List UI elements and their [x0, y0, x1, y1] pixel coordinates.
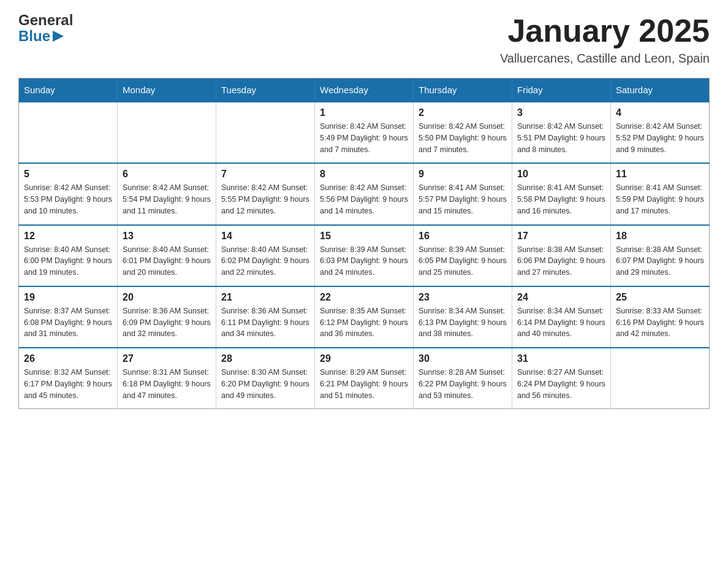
calendar-cell: 3Sunrise: 8:42 AM Sunset: 5:51 PM Daylig…	[512, 102, 611, 163]
day-of-week-header: Tuesday	[216, 79, 315, 102]
calendar-week-row: 5Sunrise: 8:42 AM Sunset: 5:53 PM Daylig…	[19, 163, 710, 224]
day-number: 11	[616, 169, 704, 180]
day-info: Sunrise: 8:39 AM Sunset: 6:05 PM Dayligh…	[419, 244, 507, 278]
calendar-cell: 4Sunrise: 8:42 AM Sunset: 5:52 PM Daylig…	[611, 102, 710, 163]
calendar-cell	[216, 102, 315, 163]
calendar-cell: 16Sunrise: 8:39 AM Sunset: 6:05 PM Dayli…	[414, 225, 512, 286]
day-number: 14	[221, 231, 309, 242]
calendar-cell	[611, 348, 710, 409]
day-number: 24	[517, 292, 605, 303]
calendar-cell: 14Sunrise: 8:40 AM Sunset: 6:02 PM Dayli…	[216, 225, 315, 286]
day-info: Sunrise: 8:30 AM Sunset: 6:20 PM Dayligh…	[221, 367, 309, 401]
day-number: 18	[616, 231, 704, 242]
day-info: Sunrise: 8:42 AM Sunset: 5:52 PM Dayligh…	[616, 121, 704, 155]
day-info: Sunrise: 8:42 AM Sunset: 5:55 PM Dayligh…	[221, 182, 309, 216]
calendar-cell: 6Sunrise: 8:42 AM Sunset: 5:54 PM Daylig…	[118, 163, 216, 224]
day-number: 12	[24, 231, 112, 242]
calendar-cell: 23Sunrise: 8:34 AM Sunset: 6:13 PM Dayli…	[414, 286, 512, 348]
logo-general-text: General	[18, 12, 73, 28]
day-info: Sunrise: 8:41 AM Sunset: 5:59 PM Dayligh…	[616, 182, 704, 216]
day-number: 23	[419, 292, 507, 303]
day-of-week-header: Wednesday	[315, 79, 414, 102]
day-number: 4	[616, 107, 704, 118]
day-info: Sunrise: 8:38 AM Sunset: 6:07 PM Dayligh…	[616, 244, 704, 278]
day-number: 28	[221, 353, 309, 364]
calendar-week-row: 19Sunrise: 8:37 AM Sunset: 6:08 PM Dayli…	[19, 286, 710, 348]
day-of-week-header: Sunday	[19, 79, 118, 102]
day-info: Sunrise: 8:34 AM Sunset: 6:14 PM Dayligh…	[517, 305, 605, 340]
day-number: 27	[123, 353, 211, 364]
day-info: Sunrise: 8:31 AM Sunset: 6:18 PM Dayligh…	[123, 367, 211, 401]
day-number: 31	[517, 353, 605, 364]
day-number: 20	[123, 292, 211, 303]
calendar-cell: 22Sunrise: 8:35 AM Sunset: 6:12 PM Dayli…	[315, 286, 414, 348]
logo-blue-text: Blue	[18, 28, 50, 44]
day-info: Sunrise: 8:36 AM Sunset: 6:11 PM Dayligh…	[221, 305, 309, 340]
day-number: 3	[517, 107, 605, 118]
day-info: Sunrise: 8:40 AM Sunset: 6:00 PM Dayligh…	[24, 244, 112, 278]
title-area: January 2025 Valluercanes, Castille and …	[500, 12, 710, 66]
day-info: Sunrise: 8:40 AM Sunset: 6:01 PM Dayligh…	[123, 244, 211, 278]
day-of-week-header: Friday	[512, 79, 611, 102]
day-number: 25	[616, 292, 704, 303]
day-info: Sunrise: 8:35 AM Sunset: 6:12 PM Dayligh…	[320, 305, 408, 340]
day-info: Sunrise: 8:42 AM Sunset: 5:51 PM Dayligh…	[517, 121, 605, 155]
calendar-cell: 21Sunrise: 8:36 AM Sunset: 6:11 PM Dayli…	[216, 286, 315, 348]
calendar-cell	[19, 102, 118, 163]
calendar-cell: 17Sunrise: 8:38 AM Sunset: 6:06 PM Dayli…	[512, 225, 611, 286]
day-info: Sunrise: 8:41 AM Sunset: 5:57 PM Dayligh…	[419, 182, 507, 216]
day-of-week-header: Saturday	[611, 79, 710, 102]
day-number: 17	[517, 231, 605, 242]
day-info: Sunrise: 8:42 AM Sunset: 5:50 PM Dayligh…	[419, 121, 507, 155]
calendar-cell: 1Sunrise: 8:42 AM Sunset: 5:49 PM Daylig…	[315, 102, 414, 163]
calendar-week-row: 12Sunrise: 8:40 AM Sunset: 6:00 PM Dayli…	[19, 225, 710, 286]
calendar-cell: 15Sunrise: 8:39 AM Sunset: 6:03 PM Dayli…	[315, 225, 414, 286]
day-info: Sunrise: 8:42 AM Sunset: 5:56 PM Dayligh…	[320, 182, 408, 216]
location-subtitle: Valluercanes, Castille and Leon, Spain	[500, 52, 710, 66]
day-info: Sunrise: 8:29 AM Sunset: 6:21 PM Dayligh…	[320, 367, 408, 401]
day-info: Sunrise: 8:42 AM Sunset: 5:53 PM Dayligh…	[24, 182, 112, 216]
day-info: Sunrise: 8:27 AM Sunset: 6:24 PM Dayligh…	[517, 367, 605, 401]
calendar-cell: 25Sunrise: 8:33 AM Sunset: 6:16 PM Dayli…	[611, 286, 710, 348]
calendar-cell: 19Sunrise: 8:37 AM Sunset: 6:08 PM Dayli…	[19, 286, 118, 348]
day-info: Sunrise: 8:38 AM Sunset: 6:06 PM Dayligh…	[517, 244, 605, 278]
logo-triangle-icon	[51, 29, 65, 43]
day-number: 19	[24, 292, 112, 303]
day-info: Sunrise: 8:34 AM Sunset: 6:13 PM Dayligh…	[419, 305, 507, 340]
calendar-cell: 13Sunrise: 8:40 AM Sunset: 6:01 PM Dayli…	[118, 225, 216, 286]
calendar-header-row: SundayMondayTuesdayWednesdayThursdayFrid…	[19, 79, 710, 102]
day-number: 26	[24, 353, 112, 364]
calendar-cell: 2Sunrise: 8:42 AM Sunset: 5:50 PM Daylig…	[414, 102, 512, 163]
calendar-cell: 20Sunrise: 8:36 AM Sunset: 6:09 PM Dayli…	[118, 286, 216, 348]
calendar-table: SundayMondayTuesdayWednesdayThursdayFrid…	[18, 78, 710, 409]
day-number: 7	[221, 169, 309, 180]
day-number: 9	[419, 169, 507, 180]
calendar-cell: 8Sunrise: 8:42 AM Sunset: 5:56 PM Daylig…	[315, 163, 414, 224]
calendar-cell: 30Sunrise: 8:28 AM Sunset: 6:22 PM Dayli…	[414, 348, 512, 409]
day-info: Sunrise: 8:42 AM Sunset: 5:49 PM Dayligh…	[320, 121, 408, 155]
calendar-week-row: 26Sunrise: 8:32 AM Sunset: 6:17 PM Dayli…	[19, 348, 710, 409]
day-number: 1	[320, 107, 408, 118]
calendar-cell: 7Sunrise: 8:42 AM Sunset: 5:55 PM Daylig…	[216, 163, 315, 224]
day-number: 15	[320, 231, 408, 242]
day-number: 21	[221, 292, 309, 303]
day-info: Sunrise: 8:42 AM Sunset: 5:54 PM Dayligh…	[123, 182, 211, 216]
calendar-cell: 31Sunrise: 8:27 AM Sunset: 6:24 PM Dayli…	[512, 348, 611, 409]
calendar-cell: 28Sunrise: 8:30 AM Sunset: 6:20 PM Dayli…	[216, 348, 315, 409]
svg-marker-0	[53, 31, 64, 42]
day-info: Sunrise: 8:32 AM Sunset: 6:17 PM Dayligh…	[24, 367, 112, 401]
logo: General Blue	[18, 12, 73, 45]
calendar-cell: 27Sunrise: 8:31 AM Sunset: 6:18 PM Dayli…	[118, 348, 216, 409]
day-info: Sunrise: 8:28 AM Sunset: 6:22 PM Dayligh…	[419, 367, 507, 401]
day-number: 13	[123, 231, 211, 242]
calendar-cell: 12Sunrise: 8:40 AM Sunset: 6:00 PM Dayli…	[19, 225, 118, 286]
day-number: 30	[419, 353, 507, 364]
day-number: 16	[419, 231, 507, 242]
day-number: 10	[517, 169, 605, 180]
calendar-cell: 11Sunrise: 8:41 AM Sunset: 5:59 PM Dayli…	[611, 163, 710, 224]
calendar-cell: 5Sunrise: 8:42 AM Sunset: 5:53 PM Daylig…	[19, 163, 118, 224]
calendar-cell: 18Sunrise: 8:38 AM Sunset: 6:07 PM Dayli…	[611, 225, 710, 286]
day-info: Sunrise: 8:36 AM Sunset: 6:09 PM Dayligh…	[123, 305, 211, 340]
calendar-cell: 26Sunrise: 8:32 AM Sunset: 6:17 PM Dayli…	[19, 348, 118, 409]
day-number: 29	[320, 353, 408, 364]
